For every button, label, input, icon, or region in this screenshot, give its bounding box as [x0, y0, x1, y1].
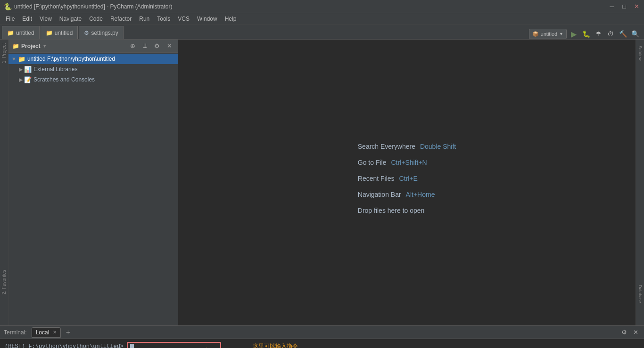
coverage-button[interactable]: ☂	[593, 29, 603, 39]
welcome-screen: Search Everywhere Double Shift Go to Fil…	[358, 143, 456, 223]
project-tree: ▼ 📁 untitled F:\python\yhpython\untitled…	[8, 53, 178, 325]
menu-item-edit[interactable]: Edit	[18, 13, 36, 24]
welcome-line-1: Search Everywhere Double Shift	[358, 143, 456, 150]
app-icon: 🐍	[4, 3, 11, 10]
goto-file-label: Go to File	[358, 159, 387, 166]
terminal-input[interactable]	[127, 342, 221, 348]
window-controls: ─ □ ✕	[608, 3, 640, 10]
tab-bar-right: 📦 untitled ▼ ▶ 🐛 ☂ ⏱ 🔨 🔍	[529, 29, 642, 39]
menu-item-file[interactable]: File	[2, 13, 18, 24]
goto-file-shortcut: Ctrl+Shift+N	[391, 159, 427, 166]
run-config-selector[interactable]: 📦 untitled ▼	[529, 29, 567, 39]
run-button[interactable]: ▶	[569, 29, 579, 39]
chevron-down-icon: ▼	[11, 56, 17, 62]
maximize-button[interactable]: □	[620, 3, 628, 10]
title-bar: 🐍 untitled [F:\python\yhpython\untitled]…	[0, 0, 644, 13]
recent-files-label: Recent Files	[358, 175, 395, 182]
tree-item-scratches[interactable]: ▶ 📝 Scratches and Consoles	[8, 74, 178, 85]
settings-button[interactable]: ⚙	[152, 41, 162, 51]
editor-area: Search Everywhere Double Shift Go to Fil…	[178, 40, 636, 325]
terminal-tab-bar: Terminal: Local ✕ + ⚙ ✕	[0, 326, 644, 339]
run-config-chevron: ▼	[559, 32, 563, 36]
add-location-button[interactable]: ⊕	[128, 41, 137, 51]
main-layout: 1: Project 2: Favorites 📁 Project ▼ ⊕ ⇊ …	[0, 40, 644, 325]
search-everywhere-button[interactable]: 🔍	[630, 29, 640, 39]
search-everywhere-label: Search Everywhere	[358, 143, 415, 150]
tab-label2: untitled	[55, 30, 73, 36]
left-sidebar: 1: Project 2: Favorites	[0, 40, 8, 325]
settings-file-icon: ⚙	[84, 30, 89, 36]
terminal-prompt: (REST) F:\python\yhpython\untitled>	[5, 343, 124, 348]
nav-bar-shortcut: Alt+Home	[406, 191, 435, 198]
recent-files-shortcut: Ctrl+E	[399, 175, 418, 182]
menu-item-vcs[interactable]: VCS	[174, 13, 193, 24]
run-config-icon: 📦	[532, 31, 539, 37]
tab-project-untitled[interactable]: 📁 untitled	[2, 26, 40, 39]
folder-open-icon: 📁	[18, 56, 25, 63]
terminal-content[interactable]: (REST) F:\python\yhpython\untitled> 这里可以…	[0, 339, 644, 348]
database-tab[interactable]: Database	[636, 282, 644, 306]
menu-item-navigate[interactable]: Navigate	[56, 13, 85, 24]
terminal-right-tools: ⚙ ✕	[619, 328, 640, 337]
tab-label: untitled	[16, 30, 34, 36]
menu-item-run[interactable]: Run	[135, 13, 153, 24]
menu-bar: FileEditViewNavigateCodeRefactorRunTools…	[0, 13, 644, 24]
collapse-all-button[interactable]: ⇊	[140, 41, 149, 51]
folder-icon: 📁	[7, 30, 14, 36]
menu-item-help[interactable]: Help	[221, 13, 240, 24]
tree-item-external-libs[interactable]: ▶ 📊 External Libraries	[8, 64, 178, 74]
close-panel-button[interactable]: ✕	[165, 41, 174, 51]
tree-item-scratches-label: Scratches and Consoles	[33, 76, 95, 83]
tab-settings-py[interactable]: ⚙ settings.py	[79, 26, 123, 39]
header-chevron: ▼	[42, 43, 47, 49]
project-title: 📁 Project ▼	[12, 43, 125, 49]
terminal-settings-button[interactable]: ⚙	[619, 328, 629, 337]
chevron-right-icon: ▶	[19, 66, 23, 73]
tab-untitled2[interactable]: 📁 untitled	[41, 26, 78, 39]
menu-item-window[interactable]: Window	[193, 13, 221, 24]
sciview-tab[interactable]: SciView	[636, 41, 644, 65]
tab-bar: 📁 untitled 📁 untitled ⚙ settings.py 📦 un…	[0, 24, 644, 40]
run-config-label: untitled	[541, 31, 557, 37]
terminal-tab-close[interactable]: ✕	[53, 330, 57, 335]
terminal-add-button[interactable]: +	[63, 327, 73, 338]
terminal-label: Terminal:	[4, 329, 27, 336]
welcome-line-2: Go to File Ctrl+Shift+N	[358, 159, 456, 166]
terminal-close-button[interactable]: ✕	[631, 328, 640, 337]
sidebar-project-tab[interactable]: 1: Project	[0, 40, 8, 66]
profile-button[interactable]: ⏱	[605, 29, 616, 39]
tab-label3: settings.py	[91, 30, 118, 36]
nav-bar-label: Navigation Bar	[358, 191, 401, 198]
menu-item-tools[interactable]: Tools	[153, 13, 174, 24]
project-label: Project	[21, 43, 41, 49]
scratches-icon: 📝	[24, 76, 32, 83]
folder-icon2: 📁	[46, 30, 53, 36]
tree-item-ext-libs-label: External Libraries	[33, 66, 77, 73]
welcome-line-4: Navigation Bar Alt+Home	[358, 191, 456, 198]
debug-button[interactable]: 🐛	[581, 29, 591, 39]
folder-icon: 📁	[12, 43, 19, 49]
tree-item-untitled-label: untitled F:\python\yhpython\untitled	[27, 56, 115, 62]
menu-item-view[interactable]: View	[36, 13, 56, 24]
welcome-line-5: Drop files here to open	[358, 207, 456, 214]
menu-item-refactor[interactable]: Refactor	[107, 13, 135, 24]
terminal-cursor	[130, 344, 134, 348]
project-panel: 📁 Project ▼ ⊕ ⇊ ⚙ ✕ ▼ 📁 untitled F:\pyth…	[8, 40, 178, 325]
search-everywhere-shortcut: Double Shift	[420, 143, 456, 150]
build-button[interactable]: 🔨	[618, 29, 628, 39]
close-button[interactable]: ✕	[633, 3, 640, 10]
bottom-area: Terminal: Local ✕ + ⚙ ✕ (REST) F:\python…	[0, 325, 644, 348]
window-title: untitled [F:\python\yhpython\untitled] -…	[14, 3, 608, 10]
tree-item-untitled[interactable]: ▼ 📁 untitled F:\python\yhpython\untitled	[8, 54, 178, 64]
chevron-right-icon2: ▶	[19, 77, 23, 83]
welcome-line-3: Recent Files Ctrl+E	[358, 175, 456, 182]
sidebar-favorites-tab[interactable]: 2: Favorites	[0, 267, 8, 297]
minimize-button[interactable]: ─	[608, 3, 616, 10]
terminal-hint: 这里可以输入指令	[253, 343, 298, 348]
drop-files-label: Drop files here to open	[358, 207, 425, 214]
library-icon: 📊	[24, 66, 32, 73]
project-panel-header: 📁 Project ▼ ⊕ ⇊ ⚙ ✕	[8, 40, 178, 53]
terminal-tab-local[interactable]: Local ✕	[32, 327, 61, 338]
menu-item-code[interactable]: Code	[85, 13, 107, 24]
right-sidebar: SciView Database	[636, 40, 644, 325]
